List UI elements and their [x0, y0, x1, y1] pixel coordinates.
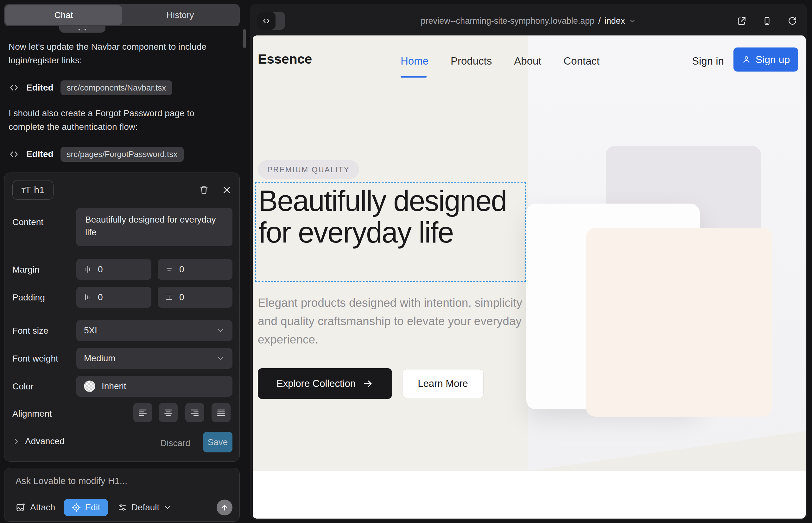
- padding-x-value: 0: [98, 292, 103, 302]
- site-nav: Home Products About Contact: [401, 55, 600, 67]
- arrow-up-icon: [220, 503, 229, 512]
- align-center-button[interactable]: [159, 403, 178, 422]
- font-weight-label: Font weight: [12, 354, 58, 364]
- align-justify-button[interactable]: [212, 403, 231, 422]
- preview-panel: preview--charming-site-symphony.lovable.…: [250, 4, 807, 520]
- file-chip[interactable]: src/components/Navbar.tsx: [60, 80, 173, 95]
- toolbar-actions: [735, 13, 799, 29]
- transparency-swatch-icon: [84, 381, 95, 392]
- align-left-button[interactable]: [133, 403, 152, 422]
- margin-y-input[interactable]: 0: [158, 259, 232, 280]
- margin-y-value: 0: [179, 264, 184, 274]
- url-menu[interactable]: preview--charming-site-symphony.lovable.…: [250, 12, 807, 30]
- nav-about[interactable]: About: [514, 55, 541, 67]
- edited-label: Edited: [26, 83, 54, 93]
- assistant-message: Now let's update the Navbar component to…: [8, 40, 216, 67]
- nav-home[interactable]: Home: [401, 55, 428, 67]
- learn-more-button[interactable]: Learn More: [402, 369, 483, 398]
- collapsed-chip[interactable]: [59, 26, 105, 33]
- sidebar-tabs: Chat History: [4, 4, 240, 26]
- target-icon: [72, 503, 81, 512]
- alignment-label: Alignment: [12, 409, 52, 419]
- margin-label: Margin: [12, 265, 40, 275]
- assistant-message: I should also create a Forgot Password p…: [8, 106, 216, 133]
- padding-label: Padding: [12, 292, 45, 303]
- signup-button[interactable]: Sign up: [734, 48, 798, 72]
- attach-label: Attach: [30, 502, 55, 512]
- font-weight-select[interactable]: Medium: [76, 348, 232, 369]
- element-tag-badge: TT h1: [12, 180, 54, 200]
- code-icon: [8, 149, 19, 160]
- margin-horizontal-icon: [83, 265, 92, 274]
- content-label: Content: [12, 217, 43, 227]
- edited-label: Edited: [26, 149, 54, 159]
- user-icon: [742, 55, 751, 64]
- font-size-select[interactable]: 5XL: [76, 320, 232, 341]
- hero-heading[interactable]: Beautifully designed for everyday life: [256, 183, 524, 248]
- url-page: index: [604, 16, 625, 26]
- element-tag-label: h1: [34, 184, 44, 195]
- refresh-icon[interactable]: [786, 13, 799, 29]
- advanced-label: Advanced: [25, 436, 65, 446]
- chat-sidebar: Chat History Now let's update the Navbar…: [0, 0, 248, 523]
- chat-composer: Attach Edit Default: [4, 468, 240, 522]
- edited-file-row: Edited src/components/Navbar.tsx: [8, 80, 172, 96]
- h1-selection-outline[interactable]: Beautifully designed for everyday life: [255, 182, 526, 282]
- padding-vertical-icon: [165, 293, 174, 302]
- decorative-rect-cream: [586, 228, 772, 417]
- font-weight-value: Medium: [84, 353, 116, 363]
- close-panel-button[interactable]: [220, 183, 234, 197]
- sidebar-scrollbar[interactable]: [243, 29, 246, 48]
- signup-label: Sign up: [756, 54, 790, 66]
- site-viewport: Essence Home Products About Contact Sign…: [253, 35, 806, 519]
- padding-x-input[interactable]: 0: [76, 287, 152, 308]
- edit-label: Edit: [85, 502, 100, 512]
- element-editor-panel: TT h1 Content Beautifully designed for e…: [4, 173, 240, 462]
- margin-x-value: 0: [98, 264, 103, 274]
- nav-products[interactable]: Products: [451, 55, 492, 67]
- color-label: Color: [12, 381, 34, 392]
- open-external-icon[interactable]: [735, 13, 748, 29]
- margin-x-input[interactable]: 0: [76, 259, 152, 280]
- tab-chat[interactable]: Chat: [5, 5, 122, 25]
- content-input[interactable]: Beautifully designed for everyday life: [76, 208, 232, 246]
- delete-element-button[interactable]: [197, 183, 211, 197]
- color-picker-field[interactable]: Inherit: [76, 376, 232, 397]
- code-icon: [8, 82, 19, 93]
- padding-horizontal-icon: [83, 293, 92, 302]
- signin-link[interactable]: Sign in: [692, 55, 724, 67]
- tab-history[interactable]: History: [122, 5, 239, 25]
- arrow-right-icon: [363, 378, 373, 389]
- chevron-right-icon: [12, 437, 20, 445]
- tab-history-label: History: [166, 10, 194, 20]
- default-label: Default: [131, 502, 160, 512]
- discard-button[interactable]: Discard: [160, 438, 190, 448]
- explore-collection-button[interactable]: Explore Collection: [258, 368, 392, 399]
- nav-active-underline: [401, 76, 427, 77]
- attach-image-icon: [16, 502, 26, 512]
- nav-contact[interactable]: Contact: [564, 55, 600, 67]
- sliders-icon: [118, 503, 127, 512]
- file-chip[interactable]: src/pages/ForgotPassword.tsx: [60, 147, 184, 162]
- composer-input[interactable]: [16, 476, 225, 493]
- next-section-background: [253, 471, 806, 519]
- composer-toolbar: Attach Edit Default: [16, 499, 232, 516]
- color-value: Inherit: [102, 381, 126, 391]
- mobile-view-icon[interactable]: [761, 13, 773, 29]
- chevron-down-icon: [629, 17, 636, 25]
- align-right-button[interactable]: [185, 403, 204, 422]
- save-button[interactable]: Save: [203, 432, 232, 452]
- url-host: preview--charming-site-symphony.lovable.…: [421, 16, 595, 26]
- quality-badge: PREMIUM QUALITY: [258, 160, 359, 179]
- font-size-label: Font size: [12, 326, 49, 336]
- advanced-toggle[interactable]: Advanced: [12, 436, 65, 446]
- model-default-button[interactable]: Default: [118, 502, 172, 512]
- padding-y-input[interactable]: 0: [158, 287, 232, 308]
- explore-label: Explore Collection: [277, 378, 356, 390]
- attach-button[interactable]: Attach: [16, 502, 55, 512]
- send-button[interactable]: [217, 500, 232, 516]
- chevron-down-icon: [216, 326, 225, 335]
- hero-paragraph[interactable]: Elegant products designed with intention…: [258, 294, 530, 349]
- site-brand[interactable]: Essence: [258, 51, 312, 67]
- edit-mode-button[interactable]: Edit: [64, 499, 108, 516]
